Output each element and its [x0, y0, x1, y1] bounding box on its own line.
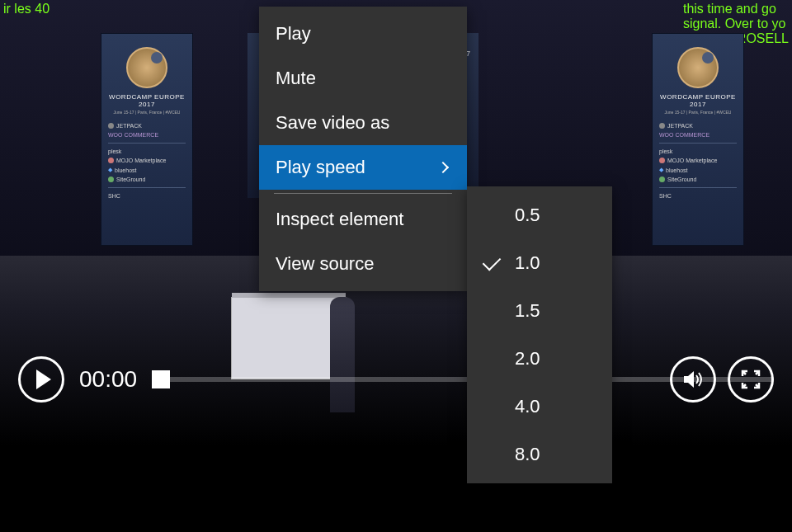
speed-option-4-0[interactable]: 4.0	[467, 383, 612, 431]
banner-subtitle: June 15-17 | Paris, France | #WCEU	[659, 110, 737, 115]
sponsor-bottom: SHC	[659, 193, 737, 199]
menu-label: Save video as	[276, 112, 389, 134]
chevron-right-icon	[437, 162, 449, 173]
speed-label: 2.0	[515, 348, 540, 369]
sponsor-plesk: plesk	[108, 148, 186, 154]
menu-label: View source	[276, 253, 374, 275]
sponsor-plesk: plesk	[659, 148, 737, 154]
sponsor-bluehost: ◆bluehost	[108, 167, 186, 173]
sponsor-siteground: SiteGround	[108, 177, 186, 182]
play-icon	[36, 370, 51, 389]
volume-button[interactable]	[670, 356, 716, 403]
menu-label: Inspect element	[276, 209, 403, 230]
speaker-icon	[681, 367, 705, 392]
sponsor-siteground: SiteGround	[659, 177, 737, 182]
speed-label: 1.5	[515, 300, 540, 321]
speed-label: 4.0	[515, 396, 540, 417]
speed-label: 0.5	[515, 205, 540, 225]
fullscreen-icon	[739, 368, 762, 391]
video-letterbox-bottom	[0, 445, 792, 532]
menu-label: Play	[276, 23, 311, 45]
sponsor-jetpack: JETPACK	[659, 123, 737, 129]
menu-item-inspect-element[interactable]: Inspect element	[259, 197, 467, 242]
menu-divider	[274, 193, 452, 194]
speed-option-2-0[interactable]: 2.0	[467, 335, 612, 383]
progress-knob[interactable]	[152, 370, 170, 388]
play-speed-submenu[interactable]: 0.5 1.0 1.5 2.0 4.0 8.0	[467, 186, 612, 483]
fullscreen-button[interactable]	[728, 356, 774, 403]
menu-item-play-speed[interactable]: Play speed	[259, 145, 467, 190]
menu-item-mute[interactable]: Mute	[259, 56, 467, 101]
menu-item-play[interactable]: Play	[259, 12, 467, 56]
banner-subtitle: June 15-17 | Paris, France | #WCEU	[108, 110, 186, 115]
sponsor-banner-right: WORDCAMP EUROPE 2017 June 15-17 | Paris,…	[652, 33, 744, 246]
sponsor-woo: WOO COMMERCE	[659, 132, 737, 138]
play-button[interactable]	[18, 356, 64, 403]
menu-label: Play speed	[276, 157, 365, 178]
banner-title: WORDCAMP EUROPE 2017	[108, 93, 186, 108]
wceu-logo	[126, 47, 167, 88]
menu-item-view-source[interactable]: View source	[259, 242, 467, 286]
sponsor-bluehost: ◆bluehost	[659, 167, 737, 173]
sponsor-woo: WOO COMMERCE	[108, 132, 186, 138]
check-icon	[483, 252, 502, 271]
video-controls: 00:00	[0, 346, 792, 412]
speed-option-0-5[interactable]: 0.5	[467, 191, 612, 239]
menu-label: Mute	[276, 68, 316, 89]
speed-option-1-5[interactable]: 1.5	[467, 287, 612, 335]
speed-option-8-0[interactable]: 8.0	[467, 431, 612, 478]
menu-item-save-video-as[interactable]: Save video as	[259, 101, 467, 145]
banner-title: WORDCAMP EUROPE 2017	[659, 93, 737, 108]
elapsed-time: 00:00	[79, 366, 137, 393]
wceu-logo	[677, 47, 719, 88]
sponsor-mojo: MOJO Marketplace	[659, 158, 737, 163]
caption-left: ir les 40	[3, 2, 50, 16]
sponsor-bottom: SHC	[108, 193, 186, 199]
sponsor-banner-left: WORDCAMP EUROPE 2017 June 15-17 | Paris,…	[101, 33, 193, 246]
speed-label: 1.0	[515, 252, 540, 273]
sponsor-mojo: MOJO Marketplace	[108, 158, 186, 163]
speed-label: 8.0	[515, 444, 540, 464]
context-menu[interactable]: Play Mute Save video as Play speed Inspe…	[259, 7, 467, 291]
speed-option-1-0[interactable]: 1.0	[467, 239, 612, 287]
sponsor-jetpack: JETPACK	[108, 123, 186, 129]
